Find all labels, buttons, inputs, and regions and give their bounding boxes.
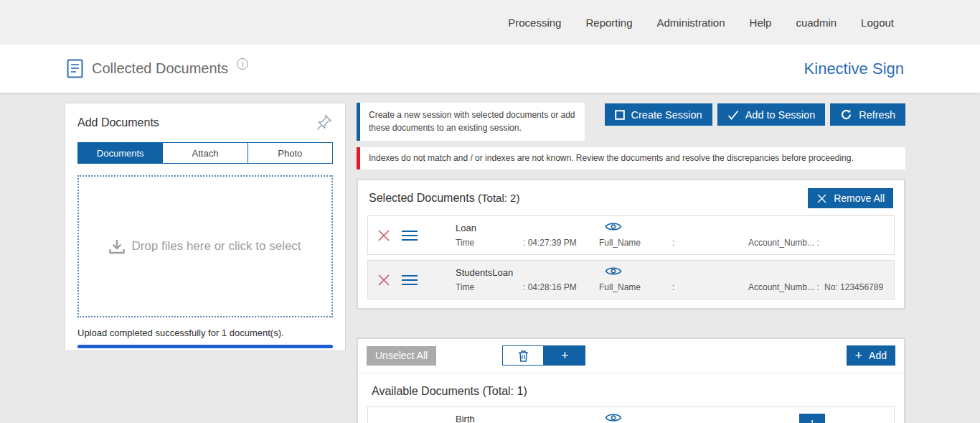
nav-logout[interactable]: Logout — [861, 17, 894, 29]
file-dropzone[interactable]: Drop files here or click to select — [77, 175, 333, 317]
preview-eye-icon[interactable] — [605, 221, 622, 232]
drag-handle-icon[interactable] — [401, 274, 418, 286]
create-session-button[interactable]: Create Session — [605, 103, 712, 126]
x-icon — [816, 193, 827, 204]
table-row: Birth + — [367, 406, 895, 423]
document-name: StudentsLoan — [456, 267, 513, 278]
add-documents-card: Add Documents Documents Attach Photo — [65, 103, 346, 351]
refresh-button[interactable]: Refresh — [830, 103, 905, 126]
available-documents-title: Available Documents (Total: 1) — [358, 373, 904, 406]
index-mismatch-warning: Indexes do not match and / or indexes ar… — [357, 147, 905, 169]
time-value: : 04:28:16 PM — [523, 282, 577, 292]
remove-row-icon[interactable] — [377, 228, 391, 243]
tab-documents[interactable]: Documents — [78, 143, 162, 163]
selected-documents-title-text: Selected Documents — [369, 192, 475, 204]
selected-documents-panel: Selected Documents (Total: 2) Remove All — [357, 179, 905, 310]
time-value: : 04:27:39 PM — [523, 238, 577, 248]
remove-row-icon[interactable] — [377, 273, 391, 287]
dropzone-text: Drop files here or click to select — [131, 239, 301, 254]
plus-button[interactable]: + — [544, 345, 585, 366]
available-documents-panel: Unselect All + + — [357, 338, 905, 423]
available-documents-title-text: Available Documents — [372, 385, 479, 397]
check-icon — [727, 110, 739, 120]
time-label: Time — [456, 238, 474, 248]
create-session-label: Create Session — [631, 109, 702, 121]
trash-icon — [518, 350, 529, 362]
tab-attach[interactable]: Attach — [162, 143, 247, 163]
fullname-label: Full_Name — [599, 238, 641, 248]
square-icon — [615, 110, 625, 120]
nav-administration[interactable]: Administration — [657, 17, 725, 29]
add-documents-title: Add Documents — [77, 113, 159, 129]
add-label: Add — [869, 350, 887, 361]
nav-help[interactable]: Help — [750, 17, 772, 29]
session-actions: Create Session Add to Session Refresh — [605, 103, 905, 126]
session-info-message: Create a new session with selected docum… — [357, 103, 585, 141]
document-name: Birth — [456, 414, 475, 423]
add-button[interactable]: + Add — [847, 345, 895, 366]
nav-processing[interactable]: Processing — [508, 17, 561, 29]
fullname-separator: : — [672, 282, 674, 292]
refresh-icon — [840, 108, 852, 121]
document-name: Loan — [456, 223, 476, 233]
add-to-session-button[interactable]: Add to Session — [717, 103, 826, 126]
top-nav: Processing Reporting Administration Help… — [0, 0, 980, 45]
available-documents-toolbar: Unselect All + + — [358, 339, 904, 373]
plus-icon: + — [855, 349, 863, 362]
plus-icon: + — [809, 417, 816, 423]
selected-documents-total: (Total: 2) — [478, 192, 519, 204]
account-label: Account_Numb... : — [748, 238, 819, 248]
refresh-label: Refresh — [859, 109, 895, 121]
upload-progress-bar — [77, 345, 333, 348]
page-title: Collected Documents — [92, 60, 228, 77]
selected-documents-title: Selected Documents (Total: 2) — [369, 192, 519, 205]
pin-icon[interactable] — [316, 113, 333, 132]
page: Processing Reporting Administration Help… — [0, 0, 980, 423]
add-single-document-button[interactable]: + — [799, 414, 825, 423]
upload-tray-icon — [109, 239, 125, 254]
account-number-field: Account_Numb... : — [748, 238, 822, 248]
account-value: No: 123456789 — [824, 282, 883, 292]
nav-reporting[interactable]: Reporting — [585, 17, 632, 29]
remove-all-button[interactable]: Remove All — [808, 188, 893, 208]
document-icon — [67, 59, 83, 78]
header: Collected Documents i Kinective Sign — [0, 45, 980, 93]
upload-status-text: Upload completed successfully for 1 docu… — [77, 327, 333, 338]
add-documents-tabs: Documents Attach Photo — [77, 142, 333, 164]
toolbar-button-group: + — [502, 345, 585, 366]
time-label: Time — [456, 282, 474, 292]
nav-user-cuadmin[interactable]: cuadmin — [796, 17, 837, 29]
brand-kinective-sign: Kinective Sign — [804, 60, 904, 78]
table-row: StudentsLoan Time : 04:28:16 PM Full_Nam… — [367, 260, 895, 299]
account-label: Account_Numb... : — [748, 282, 819, 292]
fullname-separator: : — [672, 238, 674, 248]
info-icon[interactable]: i — [237, 58, 248, 70]
plus-icon: + — [561, 349, 569, 362]
preview-eye-icon[interactable] — [605, 266, 622, 276]
account-number-field: Account_Numb... : No: 123456789 — [748, 282, 883, 292]
remove-all-label: Remove All — [834, 192, 885, 204]
drag-handle-icon[interactable] — [401, 230, 418, 241]
unselect-all-button[interactable]: Unselect All — [367, 346, 436, 366]
delete-button[interactable] — [502, 345, 544, 366]
table-row: Loan Time : 04:27:39 PM Full_Name : Acco… — [367, 215, 895, 255]
add-to-session-label: Add to Session — [745, 109, 816, 121]
available-documents-total: (Total: 1) — [482, 385, 527, 397]
fullname-label: Full_Name — [599, 282, 641, 292]
preview-eye-icon[interactable] — [605, 412, 622, 423]
tab-photo[interactable]: Photo — [248, 143, 332, 163]
